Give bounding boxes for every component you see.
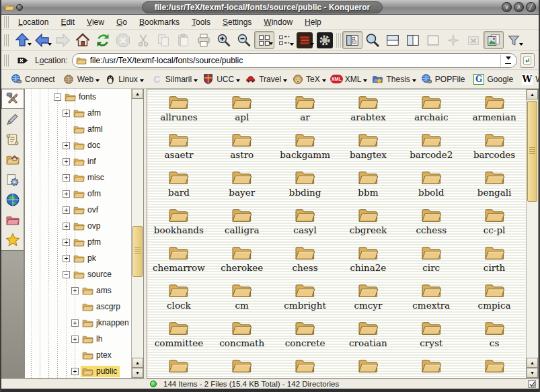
folder-item[interactable] <box>399 356 463 378</box>
folder-item[interactable]: bengali <box>463 168 526 206</box>
maximize-button[interactable]: ∧ <box>514 2 524 12</box>
folder-item[interactable]: apl <box>210 93 274 130</box>
scroll-up-button[interactable]: ▲ <box>132 89 143 99</box>
toolbar-up[interactable] <box>12 31 32 49</box>
icon-view-scrollbar[interactable]: ▲ ▲ ▼ <box>526 89 538 378</box>
toolbar-zoom-in[interactable] <box>214 31 234 49</box>
tree-item[interactable]: ofm <box>25 186 131 202</box>
status-corner-button[interactable] <box>528 380 537 389</box>
bookmark-item-1[interactable]: Web <box>59 72 100 86</box>
scroll-up-button[interactable]: ▲ <box>527 358 538 368</box>
menu-item[interactable]: Bookmarks <box>133 15 186 29</box>
toolbar-show-sidebar[interactable] <box>342 31 362 49</box>
toolbar-handle[interactable] <box>4 34 9 46</box>
toolbar-close-tab[interactable] <box>463 31 484 49</box>
folder-item[interactable]: cirth <box>463 243 526 281</box>
folder-item[interactable]: arabtex <box>337 93 400 130</box>
tree-expander[interactable] <box>63 206 70 214</box>
tree-item[interactable]: misc <box>25 169 131 186</box>
folder-item[interactable]: calligra <box>210 206 274 243</box>
folder-item[interactable]: china2e <box>337 243 400 281</box>
folder-item[interactable]: chemarrow <box>147 243 210 281</box>
toolbar-home[interactable] <box>73 31 93 49</box>
tree-scrollbar[interactable]: ▲ ▲ ▼ <box>131 89 143 378</box>
toolbar-zoom-out[interactable] <box>234 31 254 49</box>
toolbar-print[interactable] <box>194 31 214 49</box>
shade-button[interactable]: ∨ <box>502 2 512 12</box>
tree-expander[interactable] <box>63 142 70 149</box>
tree-item[interactable]: source <box>25 266 131 282</box>
bookmark-item-11[interactable]: WWikipedia <box>517 72 540 86</box>
folder-item[interactable]: bbm <box>337 168 400 206</box>
toolbar-handle[interactable] <box>4 54 9 67</box>
tree-item[interactable]: jknappen <box>25 315 131 331</box>
toolbar-remove-view[interactable] <box>423 31 443 49</box>
go-button[interactable] <box>520 53 535 68</box>
folder-item[interactable]: backgamm <box>274 130 337 168</box>
tree-item[interactable]: ams <box>25 282 131 299</box>
tree-expander[interactable] <box>63 271 70 278</box>
scroll-up-button[interactable]: ▲ <box>527 89 538 100</box>
folder-item[interactable] <box>147 356 210 378</box>
tree-item[interactable]: pfm <box>25 234 131 250</box>
tree-expander[interactable] <box>63 190 70 198</box>
folder-item[interactable]: bbold <box>399 168 463 206</box>
folder-item[interactable]: cs <box>463 319 526 356</box>
folder-item[interactable]: concmath <box>210 319 274 356</box>
folder-item[interactable]: cmbright <box>274 281 337 319</box>
sidebar-tab-history[interactable] <box>1 129 24 149</box>
bookmark-item-3[interactable]: CSilmaril <box>147 72 198 86</box>
folder-item[interactable]: barcode2 <box>399 130 463 168</box>
folder-item[interactable]: clock <box>147 281 210 319</box>
bookmark-item-6[interactable]: TeX <box>288 72 327 86</box>
tree-expander[interactable] <box>63 223 70 230</box>
folder-item[interactable]: bbding <box>274 168 337 206</box>
scrollbar-thumb[interactable] <box>527 101 537 202</box>
folder-item[interactable]: ar <box>274 93 337 130</box>
folder-item[interactable] <box>274 356 337 378</box>
folder-item[interactable]: asaetr <box>147 130 210 168</box>
folder-item[interactable]: cmextra <box>399 281 463 319</box>
toolbar-list-view[interactable] <box>274 31 295 49</box>
toolbar-split-horizontal[interactable] <box>383 31 403 49</box>
tree-item[interactable]: ptex <box>25 347 131 363</box>
toolbar-gear[interactable] <box>315 31 335 49</box>
folder-item[interactable]: barcodes <box>463 130 526 168</box>
bookmark-item-4[interactable]: UCC <box>198 72 241 86</box>
folder-item[interactable] <box>210 356 274 378</box>
toolbar-find[interactable] <box>362 31 383 49</box>
tree-expander[interactable] <box>63 158 70 165</box>
menu-item[interactable]: Tools <box>186 15 217 29</box>
scroll-down-button[interactable]: ▼ <box>132 368 143 378</box>
bookmark-item-5[interactable]: Travel <box>241 72 288 86</box>
folder-item[interactable]: cm <box>210 281 274 319</box>
folder-item[interactable]: cmpica <box>463 281 526 319</box>
folder-item[interactable]: croatian <box>337 319 400 356</box>
folder-item[interactable]: bangtex <box>337 130 400 168</box>
toolbar-back[interactable] <box>32 31 52 49</box>
tree-item[interactable]: ovf <box>25 202 131 218</box>
bookmark-item-0[interactable]: Connect <box>7 72 59 86</box>
toolbar-bookshelf[interactable] <box>295 31 315 49</box>
sidebar-tab-network[interactable] <box>1 190 24 210</box>
toolbar-paste[interactable] <box>173 31 194 49</box>
window-menu-button[interactable] <box>4 3 23 11</box>
toolbar-cut[interactable] <box>133 31 153 49</box>
bookmark-item-9[interactable]: POPFile <box>417 72 469 86</box>
menu-item[interactable]: Location <box>12 15 54 29</box>
menu-item[interactable]: Settings <box>217 15 258 29</box>
sidebar-tab-tools[interactable] <box>1 89 24 109</box>
folder-item[interactable] <box>337 356 400 378</box>
toolbar-icon-view[interactable] <box>254 31 274 49</box>
tree-item[interactable]: afm <box>25 105 131 121</box>
tree-expander[interactable] <box>71 368 79 375</box>
folder-item[interactable]: cherokee <box>210 243 274 281</box>
folder-item[interactable]: committee <box>147 319 210 356</box>
toolbar-thumbnails[interactable] <box>484 31 504 49</box>
location-combobox[interactable] <box>72 53 517 68</box>
tree-item[interactable]: ovp <box>25 218 131 234</box>
folder-item[interactable]: astro <box>210 130 274 168</box>
folder-item[interactable] <box>463 356 526 378</box>
tree-expander[interactable] <box>63 255 70 262</box>
menu-item[interactable]: Help <box>299 15 327 29</box>
